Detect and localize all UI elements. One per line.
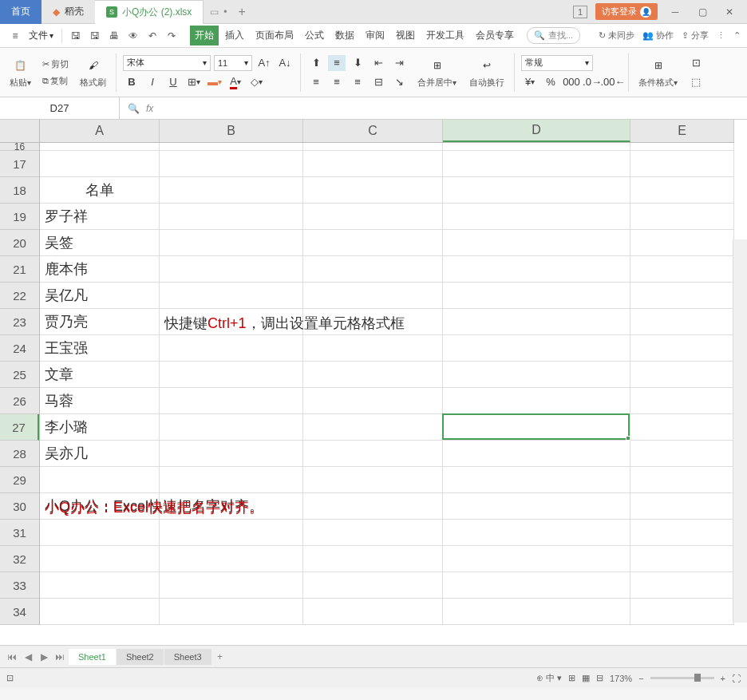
cell-D25[interactable] [443,362,630,388]
col-header-D[interactable]: D [443,120,630,142]
percent-icon[interactable]: % [542,74,559,90]
view-page-icon[interactable]: ▦ [582,673,590,683]
cell-B18[interactable] [160,177,303,204]
cell-D18[interactable] [443,177,630,204]
add-sheet-button[interactable]: + [213,651,227,662]
align-right-icon[interactable]: ≡ [349,74,366,90]
cell-A16[interactable] [40,143,160,151]
indent-dec-icon[interactable]: ⇤ [370,55,387,71]
italic-button[interactable]: I [144,74,161,90]
decrease-font-icon[interactable]: A↓ [276,55,294,71]
ribbon-tab-3[interactable]: 公式 [300,26,329,45]
sheet-nav-next[interactable]: ▶ [37,651,51,662]
sheet-tab-Sheet1[interactable]: Sheet1 [69,649,116,665]
row-header-34[interactable]: 34 [0,599,39,625]
cell-B33[interactable] [160,572,303,599]
fx-icon[interactable]: fx [146,103,153,114]
menu-icon[interactable]: ≡ [6,27,24,45]
zoom-in-button[interactable]: + [721,674,725,683]
view-normal-icon[interactable]: ⊞ [568,673,575,683]
redo-icon[interactable]: ↷ [163,27,180,45]
row-header-20[interactable]: 20 [0,230,39,256]
cell-A23[interactable]: 贾乃亮 [40,309,160,335]
format-painter-group[interactable]: 🖌 格式刷 [77,56,109,89]
row-header-18[interactable]: 18 [0,177,39,204]
cell-A24[interactable]: 王宝强 [40,335,160,362]
row-header-16[interactable]: 16 [0,143,39,151]
docker-tab[interactable]: ◆ 稻壳 [42,0,95,24]
col-header-C[interactable]: C [303,120,443,142]
cell-B27[interactable] [160,414,303,441]
maximize-button[interactable]: ▢ [693,0,712,24]
cut-button[interactable]: ✂剪切 [41,57,70,71]
bold-button[interactable]: B [123,74,140,90]
cell-D23[interactable] [443,309,630,335]
cell-B29[interactable] [160,467,303,493]
zoom-fx-icon[interactable]: 🔍 [128,103,140,114]
row-header-26[interactable]: 26 [0,388,39,414]
home-tab[interactable]: 首页 [0,0,42,24]
collapse-ribbon-icon[interactable]: ⌃ [733,30,741,41]
new-tab-button[interactable]: + [239,5,246,19]
cell-B16[interactable] [160,143,303,151]
print-icon[interactable]: 🖶 [105,27,123,45]
cell-D29[interactable] [443,467,630,493]
undo-icon[interactable]: ↶ [144,27,161,45]
cell-C20[interactable] [303,230,443,256]
name-box[interactable]: D27 [0,97,120,119]
clear-format-button[interactable]: ◇▾ [247,74,265,90]
cell-A33[interactable] [40,572,160,599]
align-left-icon[interactable]: ≡ [307,74,325,90]
col-header-B[interactable]: B [160,120,303,142]
cell-E32[interactable] [630,546,734,572]
select-all-corner[interactable] [0,120,40,143]
row-header-28[interactable]: 28 [0,441,39,467]
row-header-32[interactable]: 32 [0,546,39,572]
cell-D19[interactable] [443,204,630,230]
thousand-icon[interactable]: 000 [563,74,580,90]
row-header-29[interactable]: 29 [0,467,39,493]
orientation-icon[interactable]: ↘ [390,74,408,90]
align-center-icon[interactable]: ≡ [328,74,346,90]
cell-D27[interactable] [443,414,630,441]
cell-B21[interactable] [160,256,303,283]
cell-B25[interactable] [160,362,303,388]
cell-C28[interactable] [303,441,443,467]
cell-E26[interactable] [630,388,734,414]
cell-C21[interactable] [303,256,443,283]
currency-icon[interactable]: ¥▾ [521,74,539,90]
merge-center-group[interactable]: ⊞ 合并居中▾ [414,56,460,89]
cell-B20[interactable] [160,230,303,256]
cell-C26[interactable] [303,388,443,414]
cell-B23[interactable] [160,309,303,335]
format-icon[interactable]: ⬚ [687,74,705,90]
align-top-icon[interactable]: ⬆ [307,55,325,71]
ribbon-tab-4[interactable]: 数据 [330,26,359,45]
cell-E27[interactable] [630,414,734,441]
cell-E16[interactable] [630,143,734,151]
cell-D30[interactable] [443,493,630,520]
cell-A26[interactable]: 马蓉 [40,388,160,414]
cell-C19[interactable] [303,204,443,230]
cell-B22[interactable] [160,283,303,309]
row-header-21[interactable]: 21 [0,256,39,283]
number-format-select[interactable]: 常规▾ [521,55,593,71]
cell-E25[interactable] [630,362,734,388]
sheet-nav-last[interactable]: ⏭ [53,651,67,662]
fill-color-button[interactable]: ▬▾ [206,74,223,90]
file-menu[interactable]: 文件▾ [26,29,57,42]
cell-B26[interactable] [160,388,303,414]
cell-E31[interactable] [630,520,734,546]
ribbon-tab-0[interactable]: 开始 [190,26,219,45]
cell-A18[interactable]: 名单 [40,177,160,204]
ribbon-tab-2[interactable]: 页面布局 [251,26,298,45]
cell-E19[interactable] [630,204,734,230]
cell-E28[interactable] [630,441,734,467]
sheet-tab-Sheet3[interactable]: Sheet3 [164,649,211,665]
row-header-17[interactable]: 17 [0,151,39,177]
row-header-27[interactable]: 27 [0,414,39,441]
row-header-33[interactable]: 33 [0,572,39,599]
status-icon[interactable]: ⊡ [6,673,14,683]
cell-D34[interactable] [443,599,630,625]
auto-wrap-group[interactable]: ↩ 自动换行 [466,56,508,89]
